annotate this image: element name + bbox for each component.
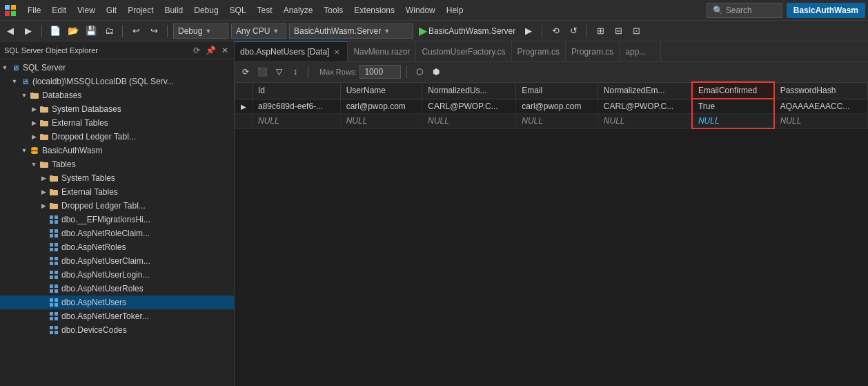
sidebar-tree-item-14[interactable]: dbo.AspNetUserClaim... — [0, 254, 234, 268]
cell-1-6: NULL — [692, 114, 774, 129]
back-btn[interactable]: ◀ — [3, 23, 18, 39]
pin-sidebar-btn[interactable]: 📌 — [204, 46, 217, 55]
tb-btn2[interactable]: ↺ — [566, 23, 581, 39]
tab-3[interactable]: Program.cs — [512, 41, 566, 61]
menu-build[interactable]: Build — [159, 0, 189, 20]
sidebar-tree-item-19[interactable]: dbo.DeviceCodes — [0, 323, 234, 337]
platform-dropdown[interactable]: Any CPU ▼ — [231, 23, 286, 39]
sidebar-tree-item-17[interactable]: dbo.AspNetUsers — [0, 296, 234, 309]
tab-4[interactable]: Program.cs — [566, 41, 620, 61]
menu-help[interactable]: Help — [441, 0, 469, 20]
sidebar-tree-item-6[interactable]: ▼BasicAuthWasm — [0, 144, 234, 157]
run-alt-btn[interactable]: ▶ — [521, 23, 536, 39]
sidebar-tree-item-8[interactable]: ▶System Tables — [0, 171, 234, 185]
sidebar-tree-item-7[interactable]: ▼Tables — [0, 157, 234, 171]
sidebar-tree-item-16[interactable]: dbo.AspNetUserRoles — [0, 282, 234, 296]
tree-label-17: dbo.AspNetUsers — [61, 298, 126, 307]
project-dropdown[interactable]: BasicAuthWasm.Server ▼ — [289, 23, 413, 39]
cell-1-3: NULL — [422, 114, 516, 129]
menu-edit[interactable]: Edit — [46, 0, 72, 20]
tree-label-10: Dropped Ledger Tabl... — [61, 201, 146, 211]
sidebar-tree-item-9[interactable]: ▶External Tables — [0, 185, 234, 199]
svg-rect-17 — [50, 248, 53, 251]
tree-label-16: dbo.AspNetUserRoles — [61, 284, 144, 293]
table-row-1[interactable]: NULLNULLNULLNULLNULLNULLNULL — [235, 114, 868, 129]
svg-rect-38 — [55, 317, 58, 320]
config-arrow: ▼ — [205, 28, 211, 35]
menu-project[interactable]: Project — [122, 0, 159, 20]
play-button[interactable]: ▶ BasicAuthWasm.Server — [416, 24, 518, 37]
table-row-0[interactable]: ▶a89c689d-eef6-...carl@pwop.comCARL@PWOP… — [235, 99, 868, 114]
menu-window[interactable]: Window — [400, 0, 441, 20]
sidebar-header: SQL Server Object Explorer ⟳ 📌 ✕ — [0, 41, 234, 59]
tab-0[interactable]: dbo.AspNetUsers [Data]✕ — [235, 41, 348, 61]
tab-5[interactable]: app... — [620, 41, 661, 61]
sidebar-tree-item-1[interactable]: ▼🖥(localdb)\MSSQLLocalDB (SQL Serv... — [0, 75, 234, 88]
sidebar-tree-item-0[interactable]: ▼🖥SQL Server — [0, 61, 234, 75]
import-btn[interactable]: ⬢ — [429, 65, 443, 79]
sidebar-tree-item-3[interactable]: ▶System Databases — [0, 102, 234, 116]
svg-rect-18 — [55, 248, 58, 251]
svg-rect-25 — [50, 276, 53, 279]
sidebar-tree-item-18[interactable]: dbo.AspNetUserToker... — [0, 309, 234, 323]
search-box[interactable]: 🔍 Search — [707, 3, 782, 18]
sidebar-tree-item-4[interactable]: ▶External Tables — [0, 116, 234, 130]
svg-rect-22 — [55, 262, 58, 265]
tree-label-4: External Tables — [52, 118, 108, 128]
layout-btn3[interactable]: ⊡ — [629, 23, 644, 39]
sidebar-tree-item-13[interactable]: dbo.AspNetRoles — [0, 240, 234, 254]
sidebar-tree-item-15[interactable]: dbo.AspNetUserLogin... — [0, 268, 234, 282]
menu-debug[interactable]: Debug — [188, 0, 224, 20]
save-btn[interactable]: 💾 — [83, 23, 99, 39]
forward-btn[interactable]: ▶ — [21, 23, 36, 39]
filter-btn[interactable]: ⬛ — [255, 65, 269, 79]
export-btn[interactable]: ⬡ — [413, 65, 426, 79]
sep2 — [122, 25, 123, 37]
menu-view[interactable]: View — [72, 0, 101, 20]
menu-test[interactable]: Test — [252, 0, 278, 20]
tab-2[interactable]: CustomUserFactory.cs — [416, 41, 511, 61]
tab-label-4: Program.cs — [571, 47, 613, 57]
menu-sql[interactable]: SQL — [224, 0, 252, 20]
sidebar-tree-item-10[interactable]: ▶Dropped Ledger Tabl... — [0, 199, 234, 213]
tab-close-0[interactable]: ✕ — [332, 47, 342, 57]
tab-label-3: Program.cs — [517, 47, 560, 57]
tab-label-0: dbo.AspNetUsers [Data] — [240, 47, 329, 57]
sidebar-tree-item-5[interactable]: ▶Dropped Ledger Tabl... — [0, 130, 234, 144]
sort-btn[interactable]: ↕ — [288, 65, 302, 79]
svg-rect-29 — [50, 289, 53, 293]
run-button[interactable]: BasicAuthWasm — [787, 3, 865, 18]
tab-1[interactable]: NavMenu.razor — [348, 41, 416, 61]
app-logo — [3, 3, 18, 18]
sidebar-tree-item-12[interactable]: dbo.AspNetRoleClaim... — [0, 226, 234, 240]
execute-btn[interactable]: ⟳ — [239, 65, 253, 79]
svg-rect-8 — [55, 215, 58, 219]
filter2-btn[interactable]: ▽ — [272, 65, 286, 79]
main-area: SQL Server Object Explorer ⟳ 📌 ✕ ▼🖥SQL S… — [0, 41, 868, 386]
undo-btn[interactable]: ↩ — [128, 23, 144, 39]
sidebar-tree-item-2[interactable]: ▼Databases — [0, 88, 234, 102]
tree-label-6: BasicAuthWasm — [42, 146, 103, 155]
new-file-btn[interactable]: 📄 — [48, 23, 63, 39]
menu-analyze[interactable]: Analyze — [278, 0, 319, 20]
max-rows-input[interactable] — [359, 65, 401, 79]
svg-rect-21 — [50, 262, 53, 265]
refresh-sidebar-btn[interactable]: ⟳ — [192, 46, 201, 55]
layout-btn2[interactable]: ⊟ — [611, 23, 626, 39]
save-all-btn[interactable]: 🗂 — [101, 23, 117, 39]
config-dropdown[interactable]: Debug ▼ — [173, 23, 228, 39]
layout-btn1[interactable]: ⊞ — [593, 23, 608, 39]
menu-file[interactable]: File — [22, 0, 46, 20]
tb-btn1[interactable]: ⟲ — [548, 23, 563, 39]
svg-rect-40 — [55, 326, 58, 329]
menu-tools[interactable]: Tools — [318, 0, 348, 20]
close-sidebar-btn[interactable]: ✕ — [220, 46, 230, 55]
menu-git[interactable]: Git — [101, 0, 122, 20]
open-btn[interactable]: 📂 — [66, 23, 81, 39]
cell-1-5: NULL — [598, 114, 692, 129]
content-area: dbo.AspNetUsers [Data]✕NavMenu.razorCust… — [235, 41, 868, 386]
menu-extensions[interactable]: Extensions — [348, 0, 400, 20]
sidebar-tree-item-11[interactable]: dbo.__EFMigrationsHi... — [0, 213, 234, 226]
redo-btn[interactable]: ↪ — [146, 23, 161, 39]
play-icon: ▶ — [419, 24, 427, 37]
